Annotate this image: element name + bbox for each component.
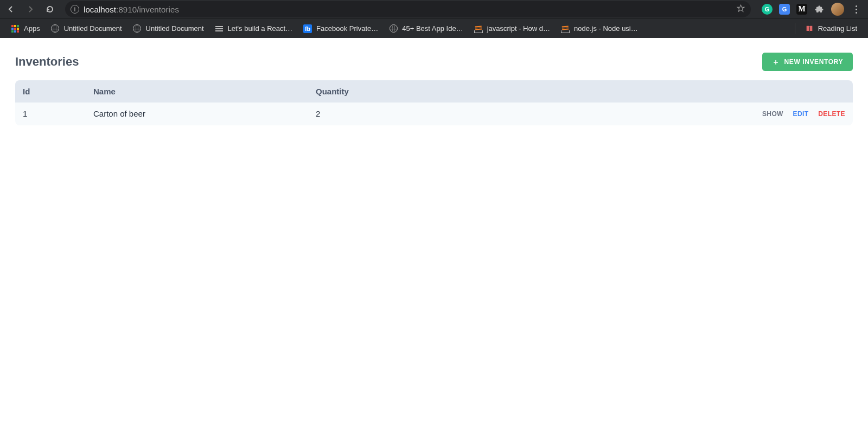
globe-icon [389,24,398,33]
globe-icon [51,24,60,33]
extension-medium-icon[interactable]: M [796,4,807,15]
reload-button[interactable] [42,2,58,17]
bookmark-item[interactable]: 45+ Best App Ide… [385,21,467,36]
bookmarks-bar: Apps Untitled Document Untitled Document… [0,18,868,38]
cell-actions: SHOW EDIT DELETE [712,103,853,125]
table-row: 1 Carton of beer 2 SHOW EDIT DELETE [15,103,853,125]
show-link[interactable]: SHOW [762,110,783,118]
chrome-menu-icon[interactable] [851,5,861,14]
bookmark-label: 45+ Best App Ide… [402,24,463,33]
col-header-name: Name [86,80,308,103]
new-inventory-label: NEW INVENTORY [784,58,843,66]
bookmark-item[interactable]: fb Facebook Private… [299,21,382,36]
extensions-menu-icon[interactable] [814,4,825,15]
reading-list-icon [805,24,814,33]
delete-link[interactable]: DELETE [818,110,845,118]
inventories-table: Id Name Quantity 1 Carton of beer 2 SHOW… [15,80,853,125]
col-header-actions [712,80,853,103]
bookmark-label: node.js - Node usi… [574,24,638,33]
forward-button[interactable] [23,2,38,17]
profile-avatar[interactable] [831,3,844,16]
url-text: localhost:8910/inventories [84,5,179,14]
bookmark-label: Facebook Private… [316,24,378,33]
bookmark-item[interactable]: Let's build a React… [210,21,297,36]
extension-grammarly-icon[interactable]: G [762,4,773,15]
extension-icons: G G M [758,3,865,16]
cell-name: Carton of beer [86,103,308,125]
bookmark-label: Apps [24,24,40,33]
stackoverflow-icon [561,24,570,33]
page-content: Inventories ＋ NEW INVENTORY Id Name Quan… [0,38,868,135]
apps-icon [11,24,20,33]
edit-link[interactable]: EDIT [793,110,809,118]
table-header-row: Id Name Quantity [15,80,853,103]
bookmarks-divider [795,23,795,34]
facebook-icon: fb [303,24,312,33]
back-button[interactable] [3,2,18,17]
reading-list-button[interactable]: Reading List [801,21,861,36]
bookmark-star-icon[interactable] [736,4,745,15]
globe-icon [133,24,142,33]
col-header-id: Id [15,80,86,103]
stackoverflow-icon [474,24,483,33]
url-host: localhost [84,5,116,14]
list-icon [215,24,224,33]
page-title: Inventories [15,55,79,69]
browser-chrome: i localhost:8910/inventories G G M Apps [0,0,868,38]
bookmark-item[interactable]: Untitled Document [47,21,126,36]
address-bar[interactable]: i localhost:8910/inventories [65,1,751,17]
page-header: Inventories ＋ NEW INVENTORY [15,48,853,76]
bookmark-label: javascript - How d… [487,24,550,33]
bookmark-label: Untitled Document [64,24,122,33]
site-info-icon[interactable]: i [71,5,79,14]
bookmark-item[interactable]: node.js - Node usi… [557,21,642,36]
cell-quantity: 2 [308,103,712,125]
url-rest: :8910/inventories [116,5,179,14]
browser-toolbar: i localhost:8910/inventories G G M [0,0,868,18]
reading-list-label: Reading List [818,24,857,33]
cell-id: 1 [15,103,86,125]
bookmark-item[interactable]: javascript - How d… [470,21,554,36]
extension-translate-icon[interactable]: G [779,4,790,15]
bookmark-item[interactable]: Untitled Document [129,21,208,36]
new-inventory-button[interactable]: ＋ NEW INVENTORY [762,53,853,71]
bookmark-label: Untitled Document [146,24,204,33]
plus-icon: ＋ [772,58,780,66]
bookmark-label: Let's build a React… [228,24,293,33]
col-header-quantity: Quantity [308,80,712,103]
bookmark-apps[interactable]: Apps [7,21,44,36]
